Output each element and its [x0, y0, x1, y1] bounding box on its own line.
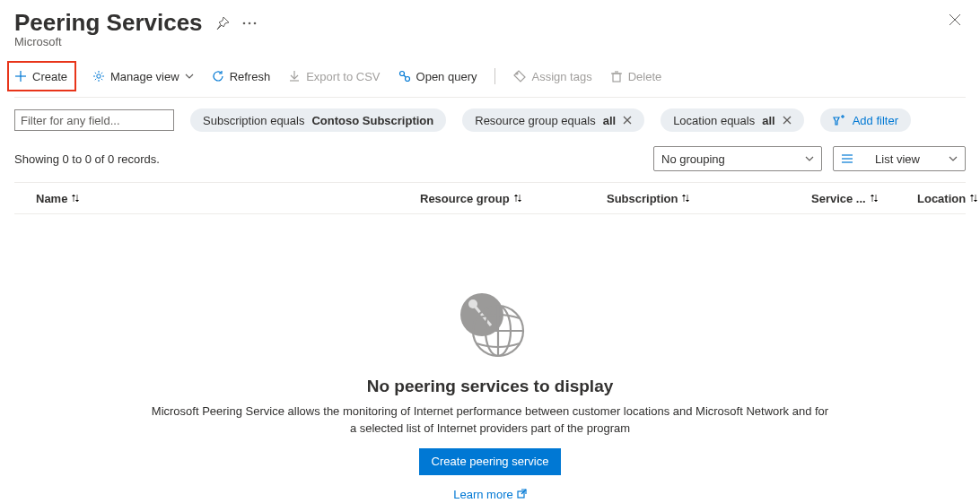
export-csv-button[interactable]: Export to CSV	[281, 64, 387, 89]
refresh-button[interactable]: Refresh	[205, 64, 278, 89]
page-title: Peering Services	[14, 9, 203, 37]
filter-rg-pre: Resource group equals	[475, 114, 595, 127]
add-filter-button[interactable]: Add filter	[820, 108, 911, 132]
chevron-down-icon	[805, 154, 814, 163]
svg-point-7	[97, 74, 101, 78]
filter-subscription-value: Contoso Subscription	[311, 114, 433, 127]
svg-point-0	[242, 22, 245, 24]
grouping-select[interactable]: No grouping	[653, 146, 822, 171]
query-icon	[398, 70, 411, 82]
delete-label: Delete	[628, 70, 662, 83]
create-peering-service-button[interactable]: Create peering service	[419, 448, 562, 475]
create-label: Create	[32, 70, 67, 83]
filters-row: Subscription equals Contoso Subscription…	[14, 108, 966, 132]
sort-icon	[71, 193, 80, 204]
filter-icon	[833, 114, 845, 126]
col-rg-label: Resource group	[420, 192, 510, 205]
records-row: Showing 0 to 0 of 0 records. No grouping…	[14, 146, 966, 171]
delete-button[interactable]: Delete	[603, 64, 669, 89]
col-service[interactable]: Service ...	[804, 192, 910, 205]
create-button[interactable]: Create	[7, 61, 76, 91]
col-svc-label: Service ...	[811, 192, 866, 205]
chevron-down-icon	[949, 154, 958, 163]
gear-icon	[92, 70, 105, 82]
svg-rect-14	[613, 74, 620, 82]
separator	[494, 68, 495, 84]
learn-more-label: Learn more	[453, 488, 512, 501]
empty-state: No peering services to display Microsoft…	[14, 284, 966, 501]
filter-subscription[interactable]: Subscription equals Contoso Subscription	[190, 108, 446, 132]
records-count: Showing 0 to 0 of 0 records.	[14, 152, 160, 166]
learn-more-link[interactable]: Learn more	[453, 488, 526, 501]
page-subtitle: Microsoft	[14, 35, 966, 48]
sort-icon	[513, 193, 522, 204]
refresh-label: Refresh	[230, 70, 271, 83]
svg-marker-23	[834, 117, 839, 125]
close-icon[interactable]	[783, 116, 792, 125]
filter-rg-value: all	[603, 114, 616, 127]
close-icon[interactable]	[623, 116, 632, 125]
svg-point-10	[399, 72, 404, 76]
assign-tags-button[interactable]: Assign tags	[506, 64, 599, 89]
sort-icon	[870, 193, 879, 204]
filter-input[interactable]	[14, 109, 174, 131]
download-icon	[288, 70, 301, 82]
svg-point-11	[405, 77, 409, 82]
table-header: Name Resource group Subscription Service…	[14, 182, 966, 214]
assign-tags-label: Assign tags	[531, 70, 591, 83]
list-icon	[841, 153, 853, 164]
list-view-select[interactable]: List view	[833, 146, 966, 171]
command-bar: Create Manage view Refresh Export to CSV	[14, 61, 966, 98]
refresh-icon	[212, 70, 224, 82]
chevron-down-icon	[185, 72, 194, 81]
col-resource-group[interactable]: Resource group	[413, 192, 599, 205]
pin-icon[interactable]	[215, 16, 230, 30]
trash-icon	[610, 70, 623, 82]
col-sub-label: Subscription	[607, 192, 678, 205]
filter-resource-group[interactable]: Resource group equals all	[462, 108, 644, 132]
empty-title: No peering services to display	[367, 377, 614, 396]
filter-location[interactable]: Location equals all	[661, 108, 804, 132]
svg-line-12	[404, 75, 406, 77]
col-subscription[interactable]: Subscription	[599, 192, 804, 205]
list-view-label: List view	[875, 152, 920, 166]
plus-icon	[14, 70, 27, 82]
svg-point-13	[516, 73, 518, 74]
svg-point-2	[253, 22, 256, 24]
sort-icon	[969, 193, 978, 204]
open-query-label: Open query	[416, 70, 477, 83]
svg-point-1	[248, 22, 250, 24]
globe-icon	[451, 284, 529, 364]
filter-subscription-pre: Subscription equals	[203, 114, 304, 127]
tag-icon	[513, 70, 526, 82]
external-icon	[517, 488, 527, 501]
col-name[interactable]: Name	[14, 192, 413, 205]
filter-loc-value: all	[762, 114, 774, 127]
more-icon[interactable]	[242, 22, 257, 25]
grouping-label: No grouping	[661, 152, 725, 166]
filter-loc-pre: Location equals	[673, 114, 755, 127]
export-csv-label: Export to CSV	[306, 70, 380, 83]
manage-view-label: Manage view	[110, 70, 179, 83]
col-name-label: Name	[36, 192, 67, 205]
col-location[interactable]: Location	[910, 192, 978, 205]
sort-icon	[681, 193, 690, 204]
col-loc-label: Location	[917, 192, 966, 205]
open-query-button[interactable]: Open query	[391, 64, 485, 89]
close-icon[interactable]	[948, 13, 962, 30]
add-filter-label: Add filter	[853, 114, 898, 127]
empty-description: Microsoft Peering Service allows the mon…	[149, 403, 831, 438]
manage-view-button[interactable]: Manage view	[85, 64, 201, 89]
